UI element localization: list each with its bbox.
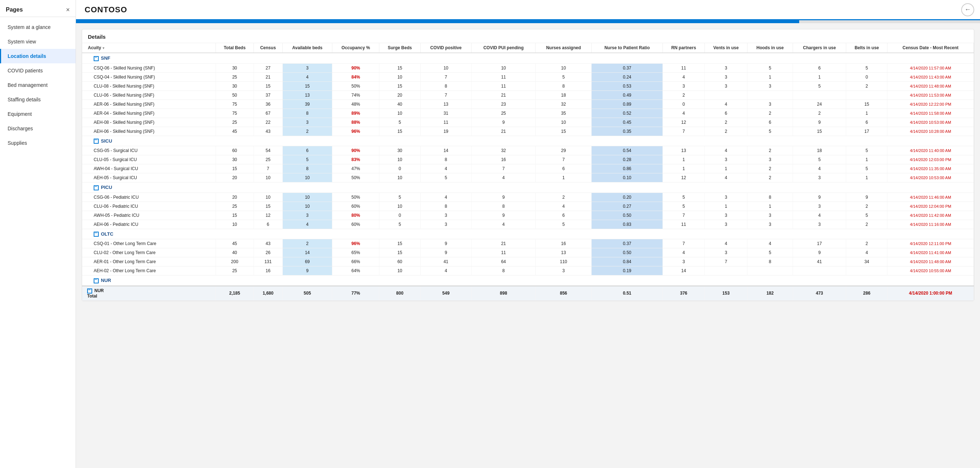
table-cell: 30 [216, 81, 253, 91]
table-cell: 90% [332, 63, 379, 72]
table-cell: 25 [253, 155, 282, 165]
table-cell: 35 [536, 109, 592, 118]
sidebar: Pages × System at a glanceSystem viewLoc… [0, 0, 76, 468]
back-button[interactable]: ← [961, 3, 974, 16]
table-cell: 19 [420, 127, 472, 136]
table-cell: 8 [282, 109, 332, 118]
table-cell: 2 [846, 239, 888, 248]
sidebar-item-system-view[interactable]: System view [0, 34, 76, 49]
table-cell: 0.37 [592, 63, 663, 72]
table-cell: 21 [253, 72, 282, 81]
table-cell: 9 [793, 193, 846, 201]
group-collapse-icon[interactable] [94, 185, 99, 190]
table-cell: 74% [332, 91, 379, 99]
table-cell: 0.49 [592, 91, 663, 99]
table-cell: 20 [379, 91, 420, 99]
table-cell: 15 [253, 81, 282, 91]
table-cell: 5 [379, 193, 420, 201]
table-cell: 4 [705, 99, 748, 109]
sidebar-close-button[interactable]: × [66, 6, 70, 13]
table-cell: 3 [662, 81, 705, 91]
table-cell: 3 [793, 173, 846, 182]
table-cell: 4 [282, 72, 332, 81]
table-container[interactable]: Details Acuity ▼Total BedsCensusAvailabl… [76, 23, 980, 468]
group-collapse-icon[interactable] [94, 232, 99, 237]
table-cell: 9 [846, 193, 888, 201]
table-cell: 1 [662, 155, 705, 165]
table-cell: 15 [846, 99, 888, 109]
group-label-sicu[interactable]: SICU [82, 136, 974, 146]
table-cell: 5 [536, 220, 592, 229]
group-label-snf[interactable]: SNF [82, 53, 974, 63]
table-cell: 5 [846, 211, 888, 220]
sidebar-item-staffing-details[interactable]: Staffing details [0, 92, 76, 107]
table-cell: 10 [282, 201, 332, 211]
group-collapse-icon[interactable] [94, 278, 99, 283]
total-cell-surge_beds: 800 [379, 286, 420, 300]
table-cell: 8 [748, 193, 793, 201]
table-cell: 11 [472, 248, 536, 257]
table-row: CSG-05 - Surgical ICU6054690%301432290.5… [82, 146, 974, 155]
col-header-census: Census [253, 43, 282, 53]
group-collapse-icon-nur[interactable] [87, 289, 92, 294]
table-cell: 5 [662, 193, 705, 201]
group-label-nur[interactable]: NUR [82, 275, 974, 286]
table-cell: 4 [420, 267, 472, 275]
table-cell: 26 [253, 248, 282, 257]
sidebar-item-discharges[interactable]: Discharges [0, 121, 76, 136]
group-label-picu[interactable]: PICU [82, 182, 974, 193]
table-cell: 15 [379, 63, 420, 72]
table-cell: 0.35 [592, 127, 663, 136]
col-header-covid_pui_pending: COVID PUI pending [472, 43, 536, 53]
sidebar-header: Pages × [0, 0, 76, 17]
sidebar-item-location-details[interactable]: Location details [0, 49, 76, 63]
total-cell-rn_partners: 376 [662, 286, 705, 300]
total-cell-belts_in_use: 286 [846, 286, 888, 300]
sidebar-item-covid-patients[interactable]: COVID patients [0, 63, 76, 78]
sidebar-item-bed-management[interactable]: Bed management [0, 78, 76, 92]
table-cell: 96% [332, 239, 379, 248]
table-cell: 4/14/2020 12:22:00 PM [888, 99, 974, 109]
table-cell: 64% [332, 267, 379, 275]
table-cell: 45 [216, 127, 253, 136]
table-cell: 131 [253, 257, 282, 267]
table-cell: 30 [379, 146, 420, 155]
col-header-acuity[interactable]: Acuity ▼ [82, 43, 216, 53]
table-cell: 15 [216, 165, 253, 173]
table-cell: 16 [536, 239, 592, 248]
total-cell-occupancy_pct: 77% [332, 286, 379, 300]
sidebar-item-equipment[interactable]: Equipment [0, 107, 76, 121]
sidebar-item-supplies[interactable]: Supplies [0, 136, 76, 150]
table-cell: 8 [472, 201, 536, 211]
table-cell: 6 [748, 118, 793, 127]
table-cell: 7 [705, 257, 748, 267]
table-cell: 3 [705, 72, 748, 81]
table-cell [705, 91, 748, 99]
cell-acuity: CLU-08 - Skilled Nursing (SNF) [82, 81, 216, 91]
table-cell: 90% [332, 146, 379, 155]
table-cell: 9 [420, 248, 472, 257]
table-cell: 50% [332, 173, 379, 182]
table-cell: 11 [420, 118, 472, 127]
table-cell: 4/14/2020 11:41:00 AM [888, 248, 974, 257]
table-cell: 9 [282, 267, 332, 275]
table-cell: 1 [793, 72, 846, 81]
sort-icon-acuity[interactable]: ▼ [102, 46, 105, 50]
sidebar-item-system-at-glance[interactable]: System at a glance [0, 20, 76, 34]
table-cell: 0.50 [592, 211, 663, 220]
table-cell [748, 267, 793, 275]
table-cell: 15 [536, 127, 592, 136]
table-cell: 4/14/2020 11:58:00 AM [888, 109, 974, 118]
group-collapse-icon[interactable] [94, 139, 99, 144]
table-cell: 12 [662, 173, 705, 182]
group-label-oltc[interactable]: OLTC [82, 229, 974, 239]
table-cell: 0.45 [592, 118, 663, 127]
table-cell: 83% [332, 155, 379, 165]
table-cell: 0 [846, 72, 888, 81]
table-cell: 8 [420, 81, 472, 91]
table-cell: 25 [216, 118, 253, 127]
table-cell: 1 [846, 109, 888, 118]
group-collapse-icon[interactable] [94, 56, 99, 61]
table-cell: 3 [420, 220, 472, 229]
table-cell: 4/14/2020 11:53:00 AM [888, 91, 974, 99]
